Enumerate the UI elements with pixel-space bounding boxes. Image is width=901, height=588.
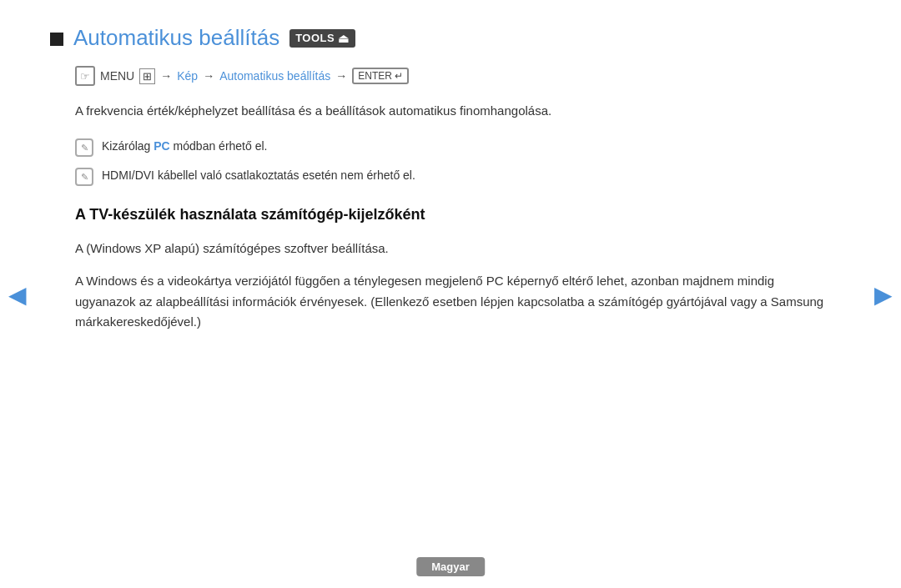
- arrow-2: →: [203, 69, 214, 83]
- menu-word: MENU: [100, 69, 134, 83]
- note-row-1: ✎ Kizárólag PC módban érhető el.: [75, 138, 834, 157]
- tools-label: TOOLS: [295, 32, 335, 44]
- section-title: Automatikus beállítás: [73, 25, 279, 51]
- menu-grid-icon: ⊞: [139, 68, 155, 84]
- enter-badge: ENTER ↵: [352, 68, 409, 84]
- menu-hand-icon: ☞: [75, 66, 95, 86]
- note-row-2: ✎ HDMI/DVI kábellel való csatlakoztatás …: [75, 167, 834, 186]
- note-pc-highlight: PC: [154, 139, 169, 153]
- nav-right-arrow[interactable]: ▶: [874, 280, 893, 308]
- menu-kep: Kép: [177, 69, 198, 83]
- arrow-3: →: [335, 69, 347, 83]
- enter-label: ENTER: [358, 70, 392, 82]
- menu-auto: Automatikus beállítás: [219, 69, 330, 83]
- bottom-bar: Magyar: [416, 559, 485, 573]
- arrow-1: →: [160, 69, 172, 83]
- title-row: Automatikus beállítás TOOLS ⏏: [50, 25, 834, 51]
- main-content: Automatikus beállítás TOOLS ⏏ ☞ MENU ⊞ →…: [0, 0, 901, 369]
- note-text-2: HDMI/DVI kábellel való csatlakoztatás es…: [102, 167, 834, 184]
- tools-icon-sym: ⏏: [338, 32, 350, 45]
- note-icon-1: ✎: [75, 138, 93, 157]
- body-para-1: A (Windows XP alapú) számítógépes szoftv…: [75, 239, 834, 259]
- description-text: A frekvencia érték/képhelyzet beállítása…: [75, 101, 834, 121]
- note-text-1: Kizárólag PC módban érhető el.: [102, 138, 834, 155]
- enter-sym: ↵: [395, 70, 403, 82]
- bullet-square: [50, 33, 63, 46]
- menu-path: ☞ MENU ⊞ → Kép → Automatikus beállítás →…: [75, 66, 834, 86]
- sub-heading: A TV-készülék használata számítógép-kije…: [75, 206, 809, 224]
- body-para-2: A Windows és a videokártya verziójától f…: [75, 271, 834, 333]
- tools-badge: TOOLS ⏏: [289, 29, 355, 48]
- note-icon-2: ✎: [75, 168, 93, 186]
- nav-left-arrow[interactable]: ◀: [8, 280, 27, 308]
- language-label: Magyar: [416, 557, 485, 576]
